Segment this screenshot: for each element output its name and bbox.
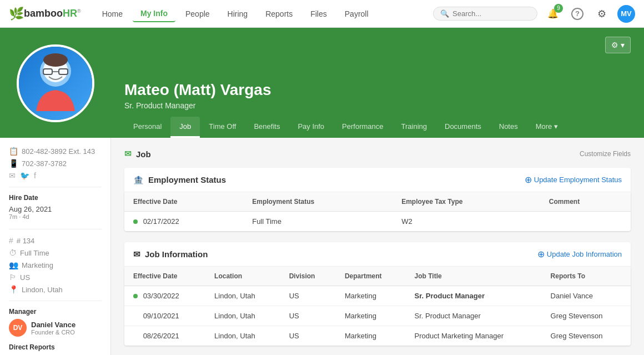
profile-header: Mateo (Matt) Vargas Sr. Product Manager … (0, 28, 644, 117)
employment-status-table: Effective Date Employment Status Employe… (124, 192, 631, 231)
sidebar-phone-mobile: 📱 702-387-3782 (9, 159, 102, 168)
nav-links: Home My Info People Hiring Reports Files… (94, 6, 433, 22)
nav-myinfo[interactable]: My Info (133, 6, 175, 22)
avatar-placeholder (19, 47, 92, 120)
ji-row1-department: Marketing (336, 286, 406, 306)
ji-row3-date: 08/26/2021 (124, 326, 205, 346)
profile-job-title: Sr. Product Manager (124, 101, 631, 110)
tab-notes[interactable]: Notes (490, 117, 527, 138)
nav-right: 🔍 🔔 9 ? ⚙ MV (433, 5, 635, 23)
nav-reports[interactable]: Reports (258, 6, 300, 22)
row-status: Full Time (243, 212, 393, 232)
employment-status-header: 🏦 Employment Status ⊕ Update Employment … (124, 168, 631, 192)
ji-row1-division: US (280, 286, 336, 306)
update-job-information-label: Update Job Information (547, 250, 622, 258)
job-info-icon: ✉ (133, 249, 140, 259)
row-comment (540, 212, 631, 232)
job-information-title-text: Job Information (145, 249, 208, 259)
profile-gear-button[interactable]: ⚙ ▾ (605, 37, 631, 53)
phone-office-icon: 📋 (9, 147, 18, 156)
more-arrow-icon: ▾ (554, 122, 558, 131)
tab-documents[interactable]: Documents (436, 117, 490, 138)
notification-badge: 9 (554, 4, 563, 13)
email-icon[interactable]: ✉ (9, 171, 16, 180)
twitter-icon[interactable]: 🐦 (20, 171, 29, 180)
phone-office-value: 802-482-3892 Ext. 143 (22, 147, 95, 156)
effective-date-value: 02/17/2022 (143, 217, 179, 226)
row-tax-type: W2 (393, 212, 540, 232)
tab-job[interactable]: Job (170, 117, 200, 138)
plus-icon-job: ⊕ (537, 249, 545, 259)
employment-type-icon: ⏱ (9, 248, 17, 257)
job-page-header: ✉ Job Customize Fields (124, 149, 631, 159)
sidebar-hire-date-section: Hire Date Aug 26, 2021 7m · 4d (9, 194, 102, 220)
customize-fields-link[interactable]: Customize Fields (580, 150, 631, 158)
ji-date-1: 03/30/2022 (143, 292, 179, 300)
logo: 🌿 bambooHR® (9, 7, 81, 21)
notifications-button[interactable]: 🔔 9 (544, 5, 562, 23)
tab-training[interactable]: Training (393, 117, 436, 138)
tab-payinfo[interactable]: Pay Info (289, 117, 333, 138)
ji-col-title: Job Title (406, 267, 542, 286)
job-page-title: ✉ Job (124, 149, 151, 159)
facebook-icon[interactable]: f (34, 171, 36, 180)
sidebar-id: # # 134 (9, 236, 102, 245)
profile-avatar (17, 44, 94, 122)
nav-files[interactable]: Files (303, 6, 335, 22)
hire-date-tenure: 7m · 4d (9, 213, 102, 220)
id-value: # 134 (17, 237, 35, 245)
profile-info: Mateo (Matt) Vargas Sr. Product Manager (111, 72, 631, 117)
sidebar-phone-office: 📋 802-482-3892 Ext. 143 (9, 147, 102, 156)
nav-hiring[interactable]: Hiring (220, 6, 256, 22)
ji-date-3: 08/26/2021 (143, 332, 179, 340)
update-employment-status-label: Update Employment Status (534, 176, 622, 184)
gear-icon: ⚙ (597, 8, 606, 20)
current-dot-ji (133, 294, 138, 298)
table-row: 09/10/2021 Lindon, Utah US Marketing Sr.… (124, 306, 631, 326)
settings-button[interactable]: ⚙ (593, 5, 611, 23)
nav-people[interactable]: People (178, 6, 218, 22)
tab-benefits[interactable]: Benefits (245, 117, 289, 138)
nav-home[interactable]: Home (94, 6, 130, 22)
manager-name[interactable]: Daniel Vance (31, 321, 76, 329)
profile-tabs: Personal Job Time Off Benefits Pay Info … (0, 117, 644, 138)
location-icon: 📍 (9, 285, 18, 294)
phone-mobile-value: 702-387-3782 (22, 159, 67, 168)
sidebar-country: 🏳 US (9, 273, 102, 282)
tab-timeoff[interactable]: Time Off (200, 117, 245, 138)
tab-personal[interactable]: Personal (124, 117, 170, 138)
department-icon: 👥 (9, 261, 18, 269)
sidebar-department: 👥 Marketing (9, 261, 102, 269)
manager-initials: DV (13, 324, 23, 332)
help-icon: ? (571, 8, 583, 20)
user-avatar[interactable]: MV (617, 5, 635, 23)
nav-payroll[interactable]: Payroll (337, 6, 376, 22)
help-button[interactable]: ? (568, 5, 586, 23)
col-comment: Comment (540, 192, 631, 212)
hire-date-value: Aug 26, 2021 (9, 205, 102, 213)
update-job-information-button[interactable]: ⊕ Update Job Information (537, 249, 622, 259)
search-icon: 🔍 (440, 9, 449, 18)
gear-dropdown-arrow: ▾ (621, 41, 625, 49)
hire-date-label: Hire Date (9, 194, 102, 202)
ji-row1-date: 03/30/2022 (124, 286, 205, 306)
ji-row1-location: Lindon, Utah (205, 286, 280, 306)
search-input[interactable] (452, 9, 530, 18)
top-nav: 🌿 bambooHR® Home My Info People Hiring R… (0, 0, 644, 28)
row-effective-date: 02/17/2022 (124, 212, 243, 232)
ji-row3-reports[interactable]: Greg Stevenson (542, 326, 631, 346)
col-tax-type: Employee Tax Type (393, 192, 540, 212)
tab-more[interactable]: More ▾ (527, 117, 567, 138)
job-info-header-row: Effective Date Location Division Departm… (124, 267, 631, 286)
ji-col-date: Effective Date (124, 267, 205, 286)
ji-row2-reports[interactable]: Greg Stevenson (542, 306, 631, 326)
ji-col-department: Department (336, 267, 406, 286)
ji-row1-reports[interactable]: Daniel Vance (542, 286, 631, 306)
manager-row: DV Daniel Vance Founder & CRO (9, 319, 102, 337)
sidebar-employment-type: ⏱ Full Time (9, 248, 102, 257)
current-dot (133, 219, 138, 224)
logo-leaf: 🌿 (9, 7, 24, 21)
tab-performance[interactable]: Performance (333, 117, 392, 138)
direct-reports-label: Direct Reports (9, 343, 102, 351)
update-employment-status-button[interactable]: ⊕ Update Employment Status (525, 174, 622, 185)
